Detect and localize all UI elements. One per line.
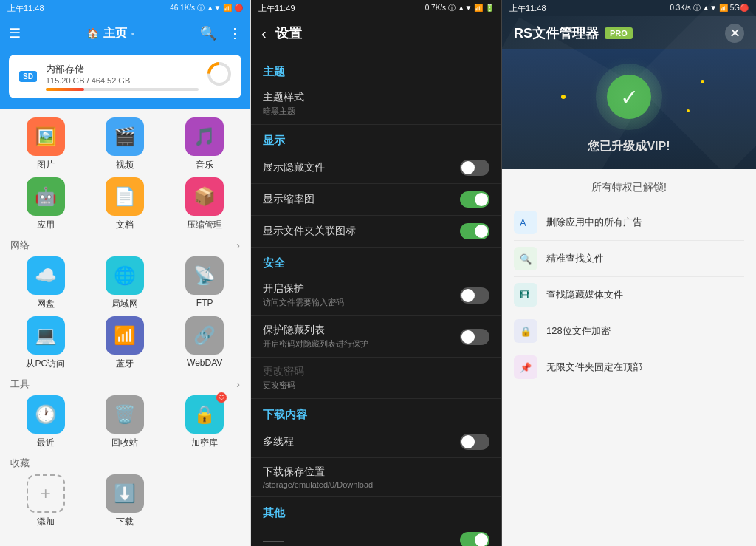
panel-vip: 上午11:48 0.3K/s ⓘ ▲▼ 📶 5G🔴 RS文件管理器 PRO ✕ …: [502, 0, 756, 546]
settings-item-enable-protect[interactable]: 开启保护 访问文件需要输入密码: [251, 275, 501, 316]
pin-folder-label: 无限文件夹固定在顶部: [546, 361, 642, 374]
favorites-title: 收藏: [10, 457, 30, 470]
nav-bar-1: ☰ 🏠 主页 ● 🔍 ⋮: [0, 16, 250, 50]
grid-item-music[interactable]: 🎵 音乐: [172, 117, 237, 171]
status-bar-3: 上午11:48 0.3K/s ⓘ ▲▼ 📶 5G🔴: [502, 0, 756, 16]
bluetooth-label: 蓝牙: [116, 358, 134, 370]
storage-pie-chart: [207, 62, 231, 91]
settings-item-multithread[interactable]: 多线程: [251, 426, 501, 458]
pro-badge: PRO: [605, 27, 633, 39]
show-hidden-toggle[interactable]: [460, 160, 489, 176]
settings-item-protect-hidden[interactable]: 保护隐藏列表 开启密码对隐藏列表进行保护: [251, 316, 501, 358]
panel-settings: 上午11:49 0.7K/s ⓘ ▲▼ 📶 🔋 ‹ 设置 主题 主题样式 暗黑主…: [251, 0, 502, 546]
network-section-header: 网络 ›: [0, 234, 250, 253]
grid-item-apps[interactable]: 🤖 应用: [13, 177, 78, 231]
other-toggle[interactable]: [460, 532, 489, 546]
vip-app-name: RS文件管理器: [514, 24, 599, 42]
find-file-label: 精准查找文件: [546, 252, 604, 265]
multithread-name: 多线程: [263, 435, 294, 448]
display-section-title: 显示: [251, 125, 501, 152]
feature-item-hidden-media[interactable]: 🎞 查找隐藏媒体文件: [514, 277, 744, 313]
status-icons-1: 46.1K/s ⓘ ▲▼ 📶 🔴: [170, 3, 243, 13]
close-button[interactable]: ✕: [725, 24, 744, 43]
pin-folder-icon: 📌: [514, 355, 537, 379]
feature-item-remove-ads[interactable]: A 删除应用中的所有广告: [514, 205, 744, 241]
show-thumb-toggle[interactable]: [460, 191, 489, 208]
svg-text:🔒: 🔒: [520, 325, 532, 337]
more-icon[interactable]: ⋮: [228, 25, 241, 41]
bluetooth-icon: 📶: [106, 316, 144, 355]
tools-section-header: 工具 ›: [0, 373, 250, 392]
menu-icon[interactable]: ☰: [9, 25, 21, 41]
search-icon[interactable]: 🔍: [200, 25, 216, 41]
grid-item-vault[interactable]: 🔒 🛡 加密库: [172, 395, 237, 449]
back-button[interactable]: ‹: [261, 25, 267, 42]
grid-item-pictures[interactable]: 🖼️ 图片: [13, 117, 78, 171]
settings-item-other-1[interactable]: ——: [251, 525, 501, 546]
grid-row-2: 🤖 应用 📄 文档 📦 压缩管理: [0, 174, 250, 234]
network-row-2: 💻 从PC访问 📶 蓝牙 🔗 WebDAV: [0, 313, 250, 373]
enable-protect-sub: 访问文件需要输入密码: [263, 297, 344, 308]
storage-bar: [46, 88, 199, 91]
status-icons-2: 0.7K/s ⓘ ▲▼ 📶 🔋: [425, 3, 494, 13]
cloud-icon: ☁️: [27, 256, 65, 295]
favorites-section-header: 收藏: [0, 452, 250, 471]
security-section-title: 安全: [251, 248, 501, 275]
grid-item-lan[interactable]: 🌐 局域网: [92, 256, 157, 310]
svg-text:🎞: 🎞: [520, 290, 529, 301]
tools-title: 工具: [10, 378, 30, 391]
feature-item-encrypt[interactable]: 🔒 128位文件加密: [514, 313, 744, 349]
show-folder-icon-toggle[interactable]: [460, 223, 489, 239]
grid-item-add[interactable]: + 添加: [13, 474, 78, 528]
status-icons-3: 0.3K/s ⓘ ▲▼ 📶 5G🔴: [670, 3, 749, 13]
protect-hidden-toggle[interactable]: [460, 329, 489, 345]
pictures-label: 图片: [37, 159, 55, 171]
recycle-label: 回收站: [111, 437, 138, 449]
show-hidden-name: 展示隐藏文件: [263, 161, 325, 174]
add-label: 添加: [37, 516, 55, 528]
settings-title: 设置: [275, 24, 302, 42]
video-icon: 🎬: [106, 117, 144, 156]
settings-item-theme-style[interactable]: 主题样式 暗黑主题: [251, 83, 501, 125]
favorites-row: + 添加 ⬇️ 下载: [0, 471, 250, 531]
other-1-name: ——: [263, 534, 284, 546]
grid-item-webdav[interactable]: 🔗 WebDAV: [172, 316, 237, 370]
grid-item-cloud[interactable]: ☁️ 网盘: [13, 256, 78, 310]
vip-upgraded-text: 您已升级成VIP!: [588, 139, 670, 154]
grid-item-recycle[interactable]: 🗑️ 回收站: [92, 395, 157, 449]
svg-text:📌: 📌: [520, 361, 532, 373]
grid-item-recent[interactable]: 🕐 最近: [13, 395, 78, 449]
time-2: 上午11:49: [258, 3, 295, 14]
settings-item-show-folder-icon[interactable]: 显示文件夹关联图标: [251, 216, 501, 248]
settings-item-show-thumb[interactable]: 显示缩率图: [251, 184, 501, 216]
change-pwd-sub: 更改密码: [263, 380, 304, 391]
grid-item-archive[interactable]: 📦 压缩管理: [172, 177, 237, 231]
grid-item-bluetooth[interactable]: 📶 蓝牙: [92, 316, 157, 370]
grid-item-download[interactable]: ⬇️ 下载: [92, 474, 157, 528]
feature-item-pin-folder[interactable]: 📌 无限文件夹固定在顶部: [514, 349, 744, 385]
grid-item-ftp[interactable]: 📡 FTP: [172, 256, 237, 310]
multithread-toggle[interactable]: [460, 434, 489, 450]
feature-item-find-file[interactable]: 🔍 精准查找文件: [514, 241, 744, 277]
tools-row: 🕐 最近 🗑️ 回收站 🔒 🛡 加密库: [0, 392, 250, 452]
tools-arrow[interactable]: ›: [236, 378, 240, 390]
vip-features-area: 所有特权已解锁! A 删除应用中的所有广告 🔍 精准查找文件 🎞 查找隐藏媒体文…: [502, 169, 756, 546]
grid-item-pc[interactable]: 💻 从PC访问: [13, 316, 78, 370]
status-bar-2: 上午11:49 0.7K/s ⓘ ▲▼ 📶 🔋: [251, 0, 501, 16]
features-title: 所有特权已解锁!: [514, 181, 744, 194]
grid-item-video[interactable]: 🎬 视频: [92, 117, 157, 171]
nav-right-icons: 🔍 ⋮: [200, 25, 241, 41]
hidden-media-label: 查找隐藏媒体文件: [546, 288, 623, 301]
enable-protect-name: 开启保护: [263, 282, 344, 296]
grid-item-docs[interactable]: 📄 文档: [92, 177, 157, 231]
lan-label: 局域网: [111, 298, 138, 310]
music-icon: 🎵: [185, 117, 224, 156]
network-arrow[interactable]: ›: [236, 239, 240, 251]
storage-size: 115.20 GB / 464.52 GB: [46, 76, 199, 85]
webdav-label: WebDAV: [187, 358, 222, 368]
storage-info: 内部存储 115.20 GB / 464.52 GB: [46, 63, 199, 91]
lan-icon: 🌐: [106, 256, 144, 295]
settings-item-download-path[interactable]: 下载保存位置 /storage/emulated/0/Download: [251, 458, 501, 497]
enable-protect-toggle[interactable]: [460, 287, 489, 304]
settings-item-show-hidden[interactable]: 展示隐藏文件: [251, 152, 501, 184]
